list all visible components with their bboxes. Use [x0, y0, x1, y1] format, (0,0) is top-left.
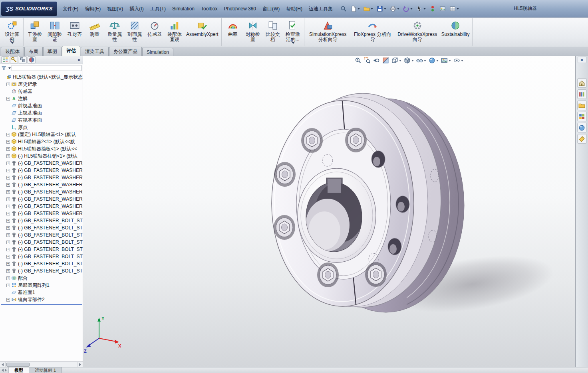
ribbon-design-study-button[interactable]: 设计算例 [2, 18, 22, 46]
config-manager-tab[interactable] [19, 56, 27, 63]
zoom-to-area-button[interactable] [363, 56, 371, 65]
ribbon-check-active-button[interactable]: 检查激活的... [283, 18, 303, 46]
expand-toggle[interactable]: + [6, 298, 10, 302]
ribbon-sustain-button[interactable]: Sustainability [440, 18, 471, 46]
appearances-scenes-button[interactable] [577, 123, 587, 132]
panel-overflow-button[interactable]: » [76, 57, 81, 63]
ribbon-clearance-button[interactable]: 间隙验证 [45, 18, 65, 46]
menu-PhotoView 360[interactable]: PhotoView 360 [220, 0, 259, 17]
tree-item[interactable]: 传感器 [0, 88, 83, 95]
menu-编辑(E)[interactable]: 编辑(E) [81, 0, 104, 17]
ribbon-compare-button[interactable]: 比较文档 [263, 18, 283, 46]
expand-toggle[interactable]: + [6, 276, 10, 280]
study-tab[interactable]: 模型 [9, 367, 29, 373]
menu-帮助(H)[interactable]: 帮助(H) [283, 0, 306, 17]
expand-toggle[interactable]: + [6, 154, 10, 158]
expand-toggle[interactable]: + [6, 233, 10, 237]
tree-item[interactable]: +(-) GB_FASTENER_WASHER [0, 210, 83, 217]
menu-文件(F)[interactable]: 文件(F) [60, 0, 81, 17]
rebuild-button[interactable] [428, 4, 437, 13]
tree-item[interactable]: +(-) GB_FASTENER_WASHER [0, 195, 83, 203]
tree-item[interactable]: +(-) GB_FASTENER_BOLT_ST [0, 246, 83, 253]
expand-toggle[interactable]: + [6, 169, 10, 172]
tab-Simulation[interactable]: Simulation [142, 48, 173, 56]
expand-toggle[interactable]: + [6, 133, 10, 136]
solidworks-resources-button[interactable] [577, 78, 587, 88]
ribbon-sensor-button[interactable]: 传感器 [145, 18, 165, 46]
tab-渲染工具[interactable]: 渲染工具 [81, 47, 109, 56]
ribbon-xpert-button[interactable]: AssemblyXpert [185, 18, 220, 46]
ribbon-curvature-button[interactable]: 曲率 [223, 18, 243, 46]
options-button[interactable] [448, 4, 460, 13]
filter-funnel-icon[interactable] [1, 65, 7, 71]
expand-toggle[interactable]: + [6, 255, 10, 259]
expand-toggle[interactable]: + [6, 140, 10, 144]
scroll-right-arrow[interactable] [77, 362, 83, 367]
scrollbar-thumb[interactable] [6, 363, 30, 367]
ribbon-simx-button[interactable]: SimulationXpress 分析向导 [306, 18, 350, 46]
select-button[interactable] [415, 4, 427, 13]
filter-caret[interactable] [8, 67, 11, 69]
tree-item[interactable]: +HL5联轴器挡板<1> (默认<< [0, 145, 83, 152]
edit-color-button[interactable] [438, 4, 447, 13]
expand-toggle[interactable]: + [6, 147, 10, 151]
tree-horizontal-scrollbar[interactable] [0, 361, 83, 367]
menu-Toolbox[interactable]: Toolbox [198, 0, 220, 17]
tree-item[interactable]: 上视基准面 [0, 109, 83, 116]
tree-item[interactable]: HL5联轴器 (默认<默认_显示状态 [0, 73, 83, 81]
open-document-button[interactable] [362, 4, 374, 13]
tree-item[interactable]: +局部圆周阵列1 [0, 282, 83, 289]
tabs-scroll-right-button[interactable] [5, 369, 7, 372]
tree-manager-tab[interactable] [1, 56, 9, 63]
ribbon-mass-button[interactable]: 质量属性 [105, 18, 125, 46]
ribbon-section-button[interactable]: 剖面属性 [125, 18, 145, 46]
menu-迈迪工具集[interactable]: 迈迪工具集 [306, 0, 336, 17]
menu-工具(T)[interactable]: 工具(T) [147, 0, 169, 17]
property-manager-tab[interactable] [10, 56, 18, 63]
tree-item[interactable]: +(-) GB_FASTENER_BOLT_ST [0, 260, 83, 267]
print-button[interactable] [389, 4, 401, 13]
scroll-left-arrow[interactable] [0, 362, 6, 367]
hide-show-items-button[interactable] [415, 56, 427, 65]
expand-toggle[interactable]: + [6, 241, 10, 244]
tree-item[interactable]: +历史记录 [0, 81, 83, 88]
expand-toggle[interactable]: + [6, 219, 10, 223]
ribbon-measure-button[interactable]: 测量 [85, 18, 105, 46]
tab-办公室产品[interactable]: 办公室产品 [109, 47, 142, 56]
file-explorer-button[interactable] [577, 101, 587, 110]
previous-view-button[interactable] [372, 56, 381, 65]
ribbon-interference-button[interactable]: 干涉检查 [25, 18, 45, 46]
view-palette-button[interactable] [577, 112, 587, 121]
expand-toggle[interactable]: + [6, 284, 10, 287]
tree-item[interactable]: +(-) GB_FASTENER_BOLT_ST [0, 267, 83, 274]
ribbon-dwx-button[interactable]: DriveWorksXpress 向导 [395, 18, 440, 46]
tree-item[interactable]: +镜向零部件2 [0, 296, 83, 303]
tree-item[interactable]: +(-) GB_FASTENER_BOLT_ST [0, 239, 83, 246]
ribbon-hole-align-button[interactable]: 孔对齐 [65, 18, 85, 46]
expand-toggle[interactable]: + [6, 248, 10, 251]
tree-item[interactable]: +配合 [0, 274, 83, 282]
menu-插入(I)[interactable]: 插入(I) [126, 0, 147, 17]
search-button[interactable] [339, 4, 348, 13]
save-button[interactable] [375, 4, 387, 13]
tree-item[interactable]: +(-) GB_FASTENER_BOLT_ST [0, 217, 83, 224]
rollback-bar[interactable] [1, 304, 82, 305]
undo-button[interactable] [402, 4, 414, 13]
tree-item[interactable]: +(-) GB_FASTENER_BOLT_ST [0, 224, 83, 231]
ribbon-flox-button[interactable]: FloXpress 分析向导 [350, 18, 395, 46]
task-pane-collapse-button[interactable]: « [578, 57, 586, 63]
expand-toggle[interactable]: + [6, 183, 10, 187]
apply-scene-button[interactable] [440, 56, 452, 65]
expand-toggle[interactable]: + [6, 162, 10, 165]
tree-item[interactable]: +(-) GB_FASTENER_BOLT_ST [0, 231, 83, 239]
tree-item[interactable]: +(-) GB_FASTENER_WASHER [0, 167, 83, 174]
study-tab[interactable]: 运动算例 1 [29, 367, 62, 373]
ribbon-symmetry-button[interactable]: 对称检查 [243, 18, 263, 46]
menu-Simulation[interactable]: Simulation [169, 0, 198, 17]
section-view-button[interactable] [381, 56, 390, 65]
tree-item[interactable]: +(-) GB_FASTENER_WASHER [0, 160, 83, 167]
expand-toggle[interactable]: + [6, 97, 10, 101]
tree-item[interactable]: +注解 [0, 95, 83, 102]
new-document-button[interactable] [349, 4, 361, 13]
expand-toggle[interactable]: + [6, 190, 10, 194]
